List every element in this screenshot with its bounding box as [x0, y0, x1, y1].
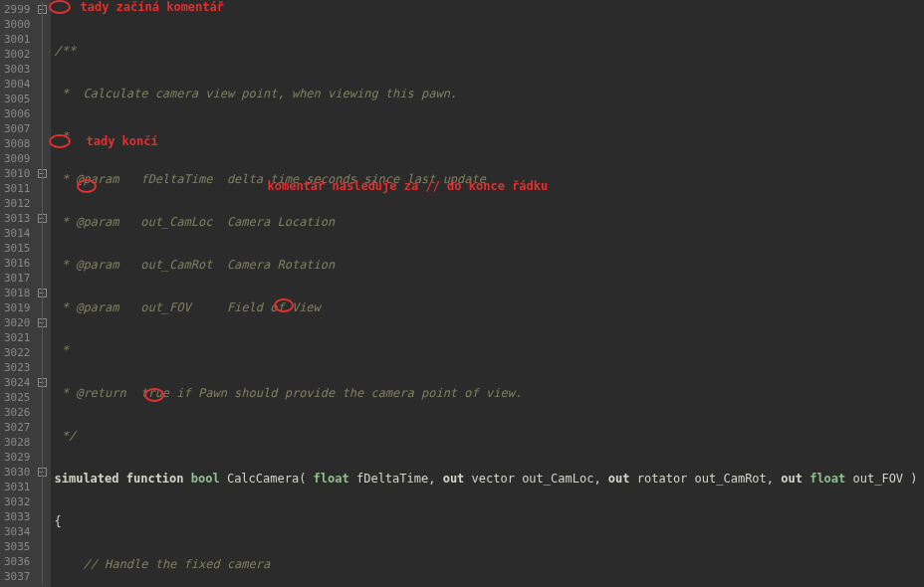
line-number: 3016 [4, 256, 31, 271]
line-number: 3015 [4, 241, 31, 256]
line-number: 3021 [4, 330, 31, 345]
line-number: 3036 [4, 554, 31, 569]
line-number: 3025 [4, 390, 31, 405]
line-number: 3001 [4, 32, 31, 47]
annotation-text: tady začíná komentář [81, 0, 225, 14]
line-number: 3009 [4, 151, 31, 166]
line-number-gutter: 2999300030013002300330043005300630073008… [0, 0, 37, 587]
line-number: 3027 [4, 420, 31, 435]
comment-line: * @return true if Pawn should provide th… [55, 386, 523, 400]
line-number: 3029 [4, 450, 31, 465]
fold-column: −−−−−−− [37, 0, 51, 587]
line-number: 3010 [4, 166, 31, 181]
line-number: 3028 [4, 435, 31, 450]
line-number: 3003 [4, 62, 31, 77]
code-editor: 2999300030013002300330043005300630073008… [0, 0, 924, 587]
line-number: 3012 [4, 196, 31, 211]
line-number: 3011 [4, 181, 31, 196]
annotation-circle [49, 0, 71, 14]
code-area[interactable]: /** * Calculate camera view point, when … [51, 0, 925, 587]
line-number: 3020 [4, 315, 31, 330]
function-signature: simulated function bool CalcCamera( floa… [55, 472, 925, 487]
line-number: 3037 [4, 569, 31, 584]
line-number: 3006 [4, 106, 31, 121]
line-number: 3014 [4, 226, 31, 241]
comment-line: * [55, 343, 69, 357]
line-comment: // Handle the fixed camera [83, 557, 270, 571]
comment-line: * Calculate camera view point, when view… [55, 87, 458, 100]
line-number: 3007 [4, 121, 31, 136]
brace-open: { [55, 514, 62, 528]
line-number: 3005 [4, 92, 31, 106]
comment-line: * [55, 129, 69, 143]
comment-line: * @param out_FOV Field of View [55, 300, 321, 314]
comment-block-start: /** [55, 44, 77, 58]
line-number: 3018 [4, 286, 31, 300]
line-number: 3032 [4, 494, 31, 509]
line-number: 3008 [4, 136, 31, 151]
line-number: 3023 [4, 360, 31, 375]
comment-block-end: */ [55, 429, 77, 443]
line-number: 2999 [4, 2, 31, 17]
line-number: 3013 [4, 211, 31, 226]
line-number: 3033 [4, 509, 31, 524]
line-number: 3035 [4, 539, 31, 554]
line-number: 3034 [4, 524, 31, 539]
fold-guide-line [42, 2, 43, 584]
line-number: 3000 [4, 17, 31, 32]
line-number: 3019 [4, 300, 31, 315]
line-number: 3031 [4, 480, 31, 494]
comment-line: * @param out_CamRot Camera Rotation [55, 258, 336, 272]
line-number: 3024 [4, 375, 31, 390]
line-number: 3017 [4, 271, 31, 286]
comment-line: * @param out_CamLoc Camera Location [55, 215, 336, 229]
line-number: 3030 [4, 465, 31, 480]
line-number: 3004 [4, 77, 31, 92]
comment-line: * @param fDeltaTime delta time seconds s… [55, 172, 486, 186]
line-number: 3002 [4, 47, 31, 62]
line-number: 3022 [4, 345, 31, 360]
line-number: 3026 [4, 405, 31, 420]
